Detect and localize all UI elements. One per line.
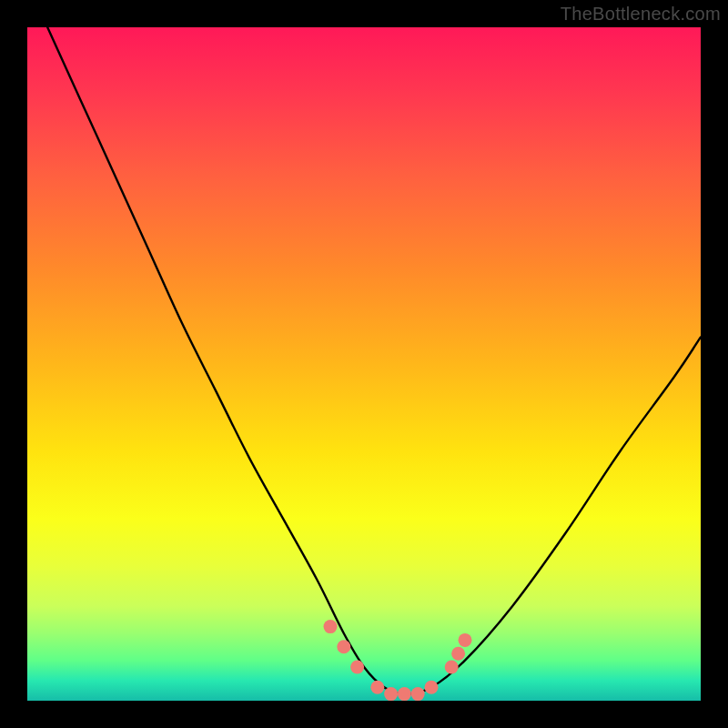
highlight-dot [350,661,364,674]
bottleneck-curve [47,27,701,694]
highlight-dot [370,681,384,694]
highlight-dot [398,687,411,701]
chart-frame: TheBottleneck.com [0,0,728,728]
highlight-dot [445,661,459,674]
highlight-dots [324,620,472,701]
highlight-dot [425,681,439,694]
highlight-dot [451,647,465,661]
highlight-dot [324,620,338,633]
curve-layer [27,27,701,701]
highlight-dot [384,687,398,701]
plot-area [27,27,701,701]
highlight-dot [459,633,472,647]
highlight-dot [411,687,425,701]
highlight-dot [337,640,350,653]
watermark-text: TheBottleneck.com [561,4,721,25]
